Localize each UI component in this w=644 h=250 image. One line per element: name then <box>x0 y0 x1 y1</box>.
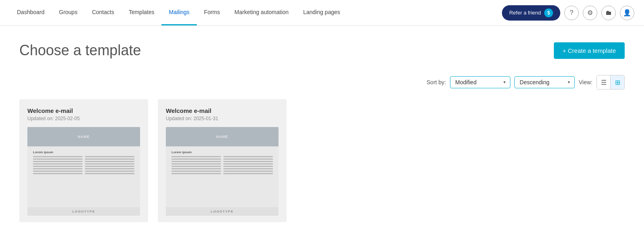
page-title: Choose a template <box>19 42 141 59</box>
preview-text-lines <box>33 156 134 175</box>
sort-order-select[interactable]: Descending Ascending <box>514 76 575 88</box>
preview-line <box>85 163 134 165</box>
preview-line <box>85 158 134 160</box>
preview-body: Lorem ipsum <box>27 146 140 207</box>
preview-line <box>223 163 273 165</box>
page-header: Choose a template + Create a template <box>19 42 625 59</box>
preview-line <box>223 161 273 162</box>
grid-view-button[interactable]: ⊞ <box>611 75 624 89</box>
preview-line <box>223 168 273 169</box>
create-template-button[interactable]: + Create a template <box>554 42 625 59</box>
preview-line <box>33 158 83 160</box>
preview-lines-col-left <box>171 156 221 175</box>
refer-friend-label: Refer a friend <box>509 10 541 16</box>
template-preview: NAME Lorem ipsum <box>27 127 140 216</box>
nav-link-forms[interactable]: Forms <box>197 0 227 25</box>
preview-line <box>223 158 273 160</box>
template-title: Welcome e-mail <box>27 107 140 114</box>
sort-by-select[interactable]: Modified Created Name <box>450 76 510 88</box>
preview-footer: LOGOTYPE <box>27 207 140 216</box>
main-content: Choose a template + Create a template So… <box>0 26 644 238</box>
preview-lines-col-left <box>33 156 83 175</box>
preview-line <box>33 161 83 162</box>
nav-link-contacts[interactable]: Contacts <box>85 0 121 25</box>
nav-link-groups[interactable]: Groups <box>52 0 85 25</box>
preview-text-lines <box>171 156 273 175</box>
help-icon-button[interactable]: ? <box>564 6 579 20</box>
preview-footer: LOGOTYPE <box>166 207 279 216</box>
preview-lines-col-right <box>223 156 273 175</box>
preview-body-title: Lorem ipsum <box>33 150 134 154</box>
preview-line <box>223 156 273 157</box>
templates-grid: Welcome e-mail Updated on: 2025-02-05 NA… <box>19 99 625 222</box>
preview-header-bar: NAME <box>166 127 279 146</box>
preview-line <box>223 166 273 167</box>
nav-link-landing-pages[interactable]: Landing pages <box>296 0 347 25</box>
preview-line <box>171 161 221 162</box>
preview-body-title: Lorem ipsum <box>171 150 273 154</box>
preview-line <box>171 166 221 167</box>
nav-link-marketing-automation[interactable]: Marketing automation <box>227 0 296 25</box>
nav-link-templates[interactable]: Templates <box>122 0 162 25</box>
user-avatar-button[interactable]: 👤 <box>620 6 634 20</box>
preview-line <box>85 173 134 174</box>
template-date: Updated on: 2025-02-05 <box>27 116 140 121</box>
order-select-wrapper: Descending Ascending <box>514 76 575 88</box>
preview-line <box>33 156 83 157</box>
preview-header-bar: NAME <box>27 127 140 146</box>
preview-line <box>171 156 221 157</box>
nav-link-mailings[interactable]: Mailings <box>161 0 196 25</box>
preview-line <box>33 171 83 172</box>
preview-line <box>33 173 83 174</box>
preview-line <box>33 168 83 169</box>
preview-line <box>171 171 221 172</box>
template-title: Welcome e-mail <box>166 107 279 114</box>
preview-line <box>85 171 134 172</box>
preview-body: Lorem ipsum <box>166 146 279 207</box>
refer-friend-button[interactable]: Refer a friend $ <box>502 5 560 21</box>
list-view-button[interactable]: ☰ <box>597 75 611 89</box>
dollar-icon: $ <box>544 8 553 17</box>
preview-line <box>33 163 83 165</box>
sort-bar: Sort by: Modified Created Name Descendin… <box>19 75 625 90</box>
sort-by-label: Sort by: <box>427 79 446 85</box>
preview-line <box>85 161 134 162</box>
preview-line <box>171 168 221 169</box>
template-card[interactable]: Welcome e-mail Updated on: 2025-02-05 NA… <box>19 99 148 222</box>
nav-links: DashboardGroupsContactsTemplatesMailings… <box>10 0 347 25</box>
preview-line <box>223 171 273 172</box>
nav-link-dashboard[interactable]: Dashboard <box>10 0 52 25</box>
preview-line <box>223 173 273 174</box>
view-label: View: <box>579 79 592 85</box>
preview-line <box>171 163 221 165</box>
preview-lines-col-right <box>85 156 134 175</box>
view-toggle: ☰ ⊞ <box>597 75 625 90</box>
template-card[interactable]: Welcome e-mail Updated on: 2025-01-31 NA… <box>158 99 287 222</box>
preview-line <box>171 173 221 174</box>
preview-line <box>33 166 83 167</box>
template-date: Updated on: 2025-01-31 <box>166 116 279 121</box>
preview-line <box>85 156 134 157</box>
preview-line <box>85 168 134 169</box>
nav-right: Refer a friend $ ? ⚙ 🖿 👤 <box>502 5 634 21</box>
settings-icon-button[interactable]: ⚙ <box>583 6 597 20</box>
notifications-icon-button[interactable]: 🖿 <box>601 6 616 20</box>
sort-select-wrapper: Modified Created Name <box>450 76 510 88</box>
navbar: DashboardGroupsContactsTemplatesMailings… <box>0 0 644 26</box>
preview-line <box>85 166 134 167</box>
template-preview: NAME Lorem ipsum <box>166 127 279 216</box>
preview-line <box>171 158 221 160</box>
